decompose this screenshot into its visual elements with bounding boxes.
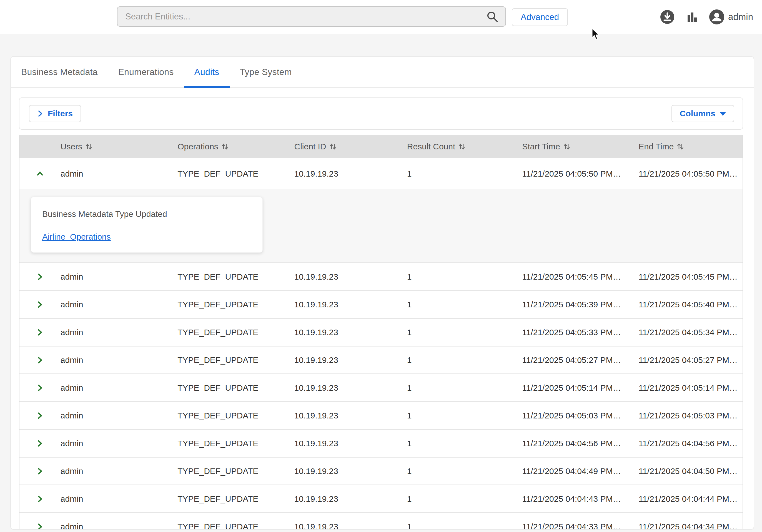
chevron-right-icon[interactable] — [36, 356, 44, 364]
table-row[interactable]: adminTYPE_DEF_UPDATE10.19.19.23111/21/20… — [20, 373, 742, 401]
column-header-start-time[interactable]: Start Time — [522, 142, 639, 151]
table-row[interactable]: adminTYPE_DEF_UPDATE10.19.19.23111/21/20… — [20, 457, 742, 485]
row-expander[interactable] — [20, 356, 60, 364]
bar-chart-icon — [685, 10, 699, 24]
cell-operation: TYPE_DEF_UPDATE — [178, 439, 294, 448]
row-expander[interactable] — [20, 384, 60, 392]
table-row[interactable]: adminTYPE_DEF_UPDATE10.19.19.23111/21/20… — [20, 512, 742, 530]
download-icon — [660, 9, 675, 25]
row-expander[interactable] — [20, 495, 60, 503]
sort-icon — [458, 142, 466, 151]
audit-detail-title: Business Metadata Type Updated — [42, 209, 251, 219]
search-input[interactable] — [117, 6, 506, 27]
audits-table: UsersOperationsClient IDResult CountStar… — [19, 135, 743, 530]
table-row[interactable]: adminTYPE_DEF_UPDATE10.19.19.23111/21/20… — [20, 158, 742, 190]
cell-start-time: 11/21/2025 04:05:45 PM… — [522, 272, 639, 281]
chevron-right-icon[interactable] — [36, 439, 44, 448]
download-button[interactable] — [660, 9, 675, 25]
cell-operation: TYPE_DEF_UPDATE — [178, 272, 294, 281]
chevron-right-icon[interactable] — [36, 495, 44, 503]
cell-end-time: 11/21/2025 04:05:03 PM… — [639, 411, 742, 420]
column-header-end-time[interactable]: End Time — [639, 142, 742, 151]
row-expander[interactable] — [20, 523, 60, 530]
admin-panel-card: Business MetadataEnumerationsAuditsType … — [10, 56, 754, 530]
table-header-row: UsersOperationsClient IDResult CountStar… — [20, 135, 742, 158]
sort-icon — [221, 142, 229, 151]
cell-end-time: 11/21/2025 04:04:44 PM… — [639, 494, 742, 504]
chevron-right-icon[interactable] — [36, 384, 44, 392]
cell-result-count: 1 — [407, 494, 522, 504]
cell-operation: TYPE_DEF_UPDATE — [178, 383, 294, 393]
tab-audits[interactable]: Audits — [184, 57, 229, 87]
column-header-label: Operations — [178, 142, 218, 151]
cell-end-time: 11/21/2025 04:05:40 PM… — [639, 300, 742, 309]
cell-result-count: 1 — [407, 355, 522, 365]
cell-result-count: 1 — [407, 169, 522, 179]
row-expander[interactable] — [20, 328, 60, 337]
cell-result-count: 1 — [407, 439, 522, 448]
tab-type-system[interactable]: Type System — [230, 57, 302, 87]
cell-client-id: 10.19.19.23 — [294, 328, 407, 337]
table-row[interactable]: adminTYPE_DEF_UPDATE10.19.19.23111/21/20… — [20, 263, 742, 290]
caret-down-icon — [720, 112, 726, 116]
username-label: admin — [728, 12, 753, 22]
cell-client-id: 10.19.19.23 — [294, 494, 407, 504]
row-expander[interactable] — [20, 273, 60, 281]
cell-user: admin — [60, 411, 178, 420]
chevron-right-icon — [37, 110, 43, 118]
cell-start-time: 11/21/2025 04:05:03 PM… — [522, 411, 639, 420]
table-row[interactable]: adminTYPE_DEF_UPDATE10.19.19.23111/21/20… — [20, 346, 742, 373]
cell-client-id: 10.19.19.23 — [294, 355, 407, 365]
chevron-right-icon[interactable] — [36, 467, 44, 475]
statistics-button[interactable] — [685, 10, 699, 24]
table-row[interactable]: adminTYPE_DEF_UPDATE10.19.19.23111/21/20… — [20, 485, 742, 512]
cell-result-count: 1 — [407, 272, 522, 281]
chevron-right-icon[interactable] — [36, 300, 44, 309]
cell-start-time: 11/21/2025 04:05:27 PM… — [522, 355, 639, 365]
cell-client-id: 10.19.19.23 — [294, 300, 407, 309]
search-icon[interactable] — [486, 10, 499, 23]
tab-business-metadata[interactable]: Business Metadata — [11, 57, 108, 87]
column-header-label: Start Time — [522, 142, 560, 151]
user-menu-button[interactable]: admin — [709, 9, 753, 25]
tab-bar: Business MetadataEnumerationsAuditsType … — [11, 57, 754, 88]
cell-operation: TYPE_DEF_UPDATE — [178, 355, 294, 365]
cell-operation: TYPE_DEF_UPDATE — [178, 522, 294, 530]
table-row[interactable]: adminTYPE_DEF_UPDATE10.19.19.23111/21/20… — [20, 429, 742, 457]
cell-user: admin — [60, 439, 178, 448]
advanced-search-button[interactable]: Advanced — [512, 8, 568, 26]
cell-user: admin — [60, 522, 178, 530]
audit-detail-link[interactable]: Airline_Operations — [42, 232, 111, 241]
row-expander[interactable] — [20, 170, 60, 178]
row-expander[interactable] — [20, 467, 60, 475]
chevron-right-icon[interactable] — [36, 412, 44, 420]
table-row[interactable]: adminTYPE_DEF_UPDATE10.19.19.23111/21/20… — [20, 290, 742, 318]
tab-enumerations[interactable]: Enumerations — [108, 57, 184, 87]
chevron-right-icon[interactable] — [36, 273, 44, 281]
cell-user: admin — [60, 272, 178, 281]
cell-result-count: 1 — [407, 411, 522, 420]
column-header-client-id[interactable]: Client ID — [294, 142, 407, 151]
cell-user: admin — [60, 328, 178, 337]
column-header-operations[interactable]: Operations — [178, 142, 294, 151]
column-header-label: Result Count — [407, 142, 455, 151]
chevron-up-icon[interactable] — [36, 170, 44, 178]
row-expander[interactable] — [20, 412, 60, 420]
audit-detail-card: Business Metadata Type UpdatedAirline_Op… — [31, 197, 263, 253]
cell-client-id: 10.19.19.23 — [294, 272, 407, 281]
column-header-label: Users — [60, 142, 82, 151]
column-header-result-count[interactable]: Result Count — [407, 142, 522, 151]
row-expander[interactable] — [20, 439, 60, 448]
account-icon — [709, 9, 724, 25]
columns-button[interactable]: Columns — [671, 105, 734, 122]
table-row[interactable]: adminTYPE_DEF_UPDATE10.19.19.23111/21/20… — [20, 401, 742, 429]
cell-user: admin — [60, 355, 178, 365]
chevron-right-icon[interactable] — [36, 328, 44, 337]
chevron-right-icon[interactable] — [36, 523, 44, 530]
column-header-label: End Time — [639, 142, 674, 151]
cell-end-time: 11/21/2025 04:05:34 PM… — [639, 328, 742, 337]
table-row[interactable]: adminTYPE_DEF_UPDATE10.19.19.23111/21/20… — [20, 318, 742, 346]
filters-button[interactable]: Filters — [29, 105, 81, 122]
row-expander[interactable] — [20, 300, 60, 309]
column-header-users[interactable]: Users — [60, 142, 178, 151]
